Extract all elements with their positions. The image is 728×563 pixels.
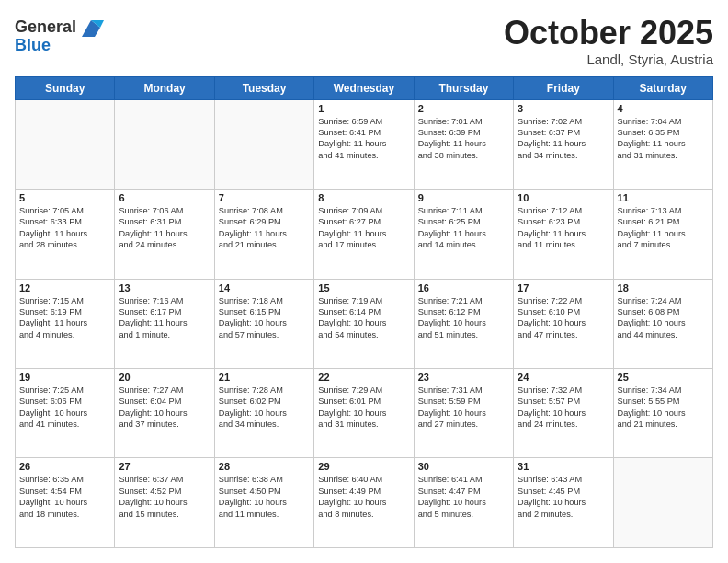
day-number: 28 [219,461,310,472]
day-info: Sunrise: 7:16 AMSunset: 6:17 PMDaylight:… [119,295,210,341]
day-info: Sunrise: 7:28 AMSunset: 6:02 PMDaylight:… [219,385,310,431]
table-row: 12Sunrise: 7:15 AMSunset: 6:19 PMDayligh… [16,279,115,368]
day-number: 21 [219,372,310,383]
day-info: Sunrise: 7:25 AMSunset: 6:06 PMDaylight:… [19,385,110,431]
day-number: 22 [318,372,409,383]
day-info: Sunrise: 7:31 AMSunset: 5:59 PMDaylight:… [418,385,509,431]
table-row: 30Sunrise: 6:41 AMSunset: 4:47 PMDayligh… [414,458,513,548]
table-row: 1Sunrise: 6:59 AMSunset: 6:41 PMDaylight… [314,99,414,189]
day-number: 23 [418,372,509,383]
day-header-wednesday: Wednesday [314,76,414,99]
table-row: 13Sunrise: 7:16 AMSunset: 6:17 PMDayligh… [115,279,214,368]
table-row: 6Sunrise: 7:06 AMSunset: 6:31 PMDaylight… [115,190,214,279]
day-info: Sunrise: 6:41 AMSunset: 4:47 PMDaylight:… [418,474,509,520]
table-row: 23Sunrise: 7:31 AMSunset: 5:59 PMDayligh… [414,369,513,458]
day-number: 5 [19,192,110,203]
day-header-saturday: Saturday [613,76,712,99]
table-row [115,99,214,189]
header: General Blue October 2025 Landl, Styria,… [15,15,713,67]
day-info: Sunrise: 7:19 AMSunset: 6:14 PMDaylight:… [318,295,409,341]
day-header-monday: Monday [115,76,214,99]
logo-general: General [15,17,76,36]
day-info: Sunrise: 7:15 AMSunset: 6:19 PMDaylight:… [19,295,110,341]
table-row: 25Sunrise: 7:34 AMSunset: 5:55 PMDayligh… [613,369,712,458]
logo-text-block: General Blue [15,15,104,55]
table-row [613,458,712,548]
week-row-0: 1Sunrise: 6:59 AMSunset: 6:41 PMDaylight… [16,99,713,189]
table-row: 31Sunrise: 6:43 AMSunset: 4:45 PMDayligh… [514,458,613,548]
table-row: 28Sunrise: 6:38 AMSunset: 4:50 PMDayligh… [214,458,313,548]
day-info: Sunrise: 7:27 AMSunset: 6:04 PMDaylight:… [119,385,210,431]
day-info: Sunrise: 6:35 AMSunset: 4:54 PMDaylight:… [19,474,110,520]
day-info: Sunrise: 6:37 AMSunset: 4:52 PMDaylight:… [119,474,210,520]
day-number: 27 [119,461,210,472]
table-row: 11Sunrise: 7:13 AMSunset: 6:21 PMDayligh… [613,190,712,279]
day-header-friday: Friday [514,76,613,99]
day-header-tuesday: Tuesday [214,76,313,99]
table-row: 5Sunrise: 7:05 AMSunset: 6:33 PMDaylight… [16,190,115,279]
day-info: Sunrise: 7:34 AMSunset: 5:55 PMDaylight:… [618,385,709,431]
day-info: Sunrise: 6:38 AMSunset: 4:50 PMDaylight:… [219,474,310,520]
day-info: Sunrise: 6:43 AMSunset: 4:45 PMDaylight:… [518,474,609,520]
table-row: 17Sunrise: 7:22 AMSunset: 6:10 PMDayligh… [514,279,613,368]
table-row: 22Sunrise: 7:29 AMSunset: 6:01 PMDayligh… [314,369,414,458]
table-row: 2Sunrise: 7:01 AMSunset: 6:39 PMDaylight… [414,99,513,189]
logo-icon [78,15,104,40]
day-info: Sunrise: 7:01 AMSunset: 6:39 PMDaylight:… [418,116,509,162]
title-block: October 2025 Landl, Styria, Austria [504,15,713,67]
day-info: Sunrise: 7:32 AMSunset: 5:57 PMDaylight:… [518,385,609,431]
day-number: 24 [518,372,609,383]
day-info: Sunrise: 7:12 AMSunset: 6:23 PMDaylight:… [518,205,609,251]
week-row-3: 19Sunrise: 7:25 AMSunset: 6:06 PMDayligh… [16,369,713,458]
table-row: 7Sunrise: 7:08 AMSunset: 6:29 PMDaylight… [214,190,313,279]
day-number: 8 [318,192,409,203]
day-number: 3 [518,103,609,114]
day-info: Sunrise: 7:29 AMSunset: 6:01 PMDaylight:… [318,385,409,431]
week-row-2: 12Sunrise: 7:15 AMSunset: 6:19 PMDayligh… [16,279,713,368]
day-number: 9 [418,192,509,203]
table-row [16,99,115,189]
day-info: Sunrise: 7:21 AMSunset: 6:12 PMDaylight:… [418,295,509,341]
day-info: Sunrise: 7:24 AMSunset: 6:08 PMDaylight:… [618,295,709,341]
table-row: 16Sunrise: 7:21 AMSunset: 6:12 PMDayligh… [414,279,513,368]
month-title: October 2025 [504,15,713,52]
logo-blue: Blue [15,36,51,54]
table-row: 26Sunrise: 6:35 AMSunset: 4:54 PMDayligh… [16,458,115,548]
day-info: Sunrise: 7:05 AMSunset: 6:33 PMDaylight:… [19,205,110,251]
day-number: 14 [219,282,310,293]
table-row: 14Sunrise: 7:18 AMSunset: 6:15 PMDayligh… [214,279,313,368]
table-row: 4Sunrise: 7:04 AMSunset: 6:35 PMDaylight… [613,99,712,189]
day-number: 10 [518,192,609,203]
location-subtitle: Landl, Styria, Austria [504,52,713,67]
day-number: 17 [518,282,609,293]
day-number: 11 [618,192,709,203]
day-info: Sunrise: 7:11 AMSunset: 6:25 PMDaylight:… [418,205,509,251]
day-number: 15 [318,282,409,293]
table-row: 9Sunrise: 7:11 AMSunset: 6:25 PMDaylight… [414,190,513,279]
day-number: 20 [119,372,210,383]
table-row: 20Sunrise: 7:27 AMSunset: 6:04 PMDayligh… [115,369,214,458]
day-header-row: SundayMondayTuesdayWednesdayThursdayFrid… [16,76,713,99]
table-row [214,99,313,189]
day-info: Sunrise: 6:59 AMSunset: 6:41 PMDaylight:… [318,116,409,162]
day-number: 29 [318,461,409,472]
day-info: Sunrise: 7:18 AMSunset: 6:15 PMDaylight:… [219,295,310,341]
day-header-thursday: Thursday [414,76,513,99]
day-header-sunday: Sunday [16,76,115,99]
day-info: Sunrise: 7:08 AMSunset: 6:29 PMDaylight:… [219,205,310,251]
week-row-1: 5Sunrise: 7:05 AMSunset: 6:33 PMDaylight… [16,190,713,279]
page: General Blue October 2025 Landl, Styria,… [0,0,728,563]
day-info: Sunrise: 7:04 AMSunset: 6:35 PMDaylight:… [618,116,709,162]
table-row: 10Sunrise: 7:12 AMSunset: 6:23 PMDayligh… [514,190,613,279]
table-row: 3Sunrise: 7:02 AMSunset: 6:37 PMDaylight… [514,99,613,189]
table-row: 29Sunrise: 6:40 AMSunset: 4:49 PMDayligh… [314,458,414,548]
day-number: 2 [418,103,509,114]
day-info: Sunrise: 7:06 AMSunset: 6:31 PMDaylight:… [119,205,210,251]
day-number: 19 [19,372,110,383]
calendar-table: SundayMondayTuesdayWednesdayThursdayFrid… [15,76,713,548]
day-number: 4 [618,103,709,114]
day-info: Sunrise: 7:22 AMSunset: 6:10 PMDaylight:… [518,295,609,341]
day-number: 18 [618,282,709,293]
week-row-4: 26Sunrise: 6:35 AMSunset: 4:54 PMDayligh… [16,458,713,548]
day-info: Sunrise: 7:02 AMSunset: 6:37 PMDaylight:… [518,116,609,162]
